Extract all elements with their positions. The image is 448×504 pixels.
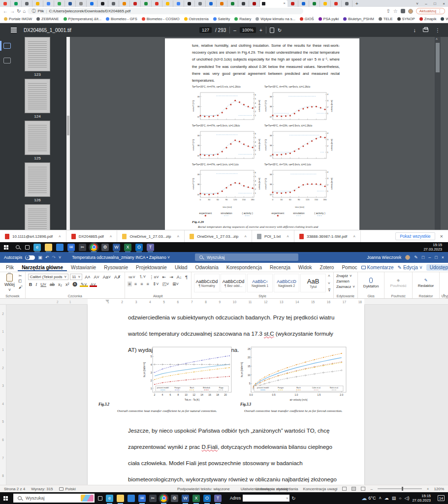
bookmark-item[interactable]: GIOŚ xyxy=(300,17,314,21)
zoom-out-icon[interactable]: – xyxy=(233,28,236,33)
browser-tab[interactable] xyxy=(152,0,162,7)
reuse-files-button[interactable]: Użyj ponownie plików xyxy=(442,274,448,292)
browser-tab[interactable] xyxy=(227,0,238,7)
download-expand-chevron-icon[interactable]: ˄ xyxy=(59,234,61,239)
zoom-slider[interactable] xyxy=(378,488,422,489)
download-item[interactable]: POI_1.txt ˄ xyxy=(252,230,294,242)
browser-tab[interactable] xyxy=(22,0,32,7)
outline-view-icon[interactable] xyxy=(3,58,11,63)
browser-tab[interactable] xyxy=(195,0,206,7)
volume-icon[interactable]: ◁) xyxy=(405,496,410,501)
font-name-select[interactable]: Calibri (Tekst pods˅ xyxy=(28,274,68,280)
browser-tab[interactable] xyxy=(141,0,152,7)
menu-dots-icon[interactable]: ⋮ xyxy=(438,9,442,13)
zoom-out-icon[interactable]: – xyxy=(370,487,372,491)
paste-button[interactable]: Wklej˅ xyxy=(2,274,17,292)
editing-command[interactable]: Znajdź˅ xyxy=(336,274,355,278)
browser-tab[interactable] xyxy=(65,0,76,7)
browser-tab-active[interactable]: × xyxy=(260,0,288,7)
notification-center-icon[interactable]: 14 xyxy=(438,495,445,501)
ribbon-tab[interactable]: Zotero xyxy=(316,264,338,271)
undo-icon[interactable]: ↶ xyxy=(45,255,49,260)
zoom-in-icon[interactable]: + xyxy=(259,28,262,33)
task-view-icon[interactable] xyxy=(25,245,30,250)
sort-icon[interactable]: A↓ xyxy=(176,275,183,280)
browser-tab[interactable] xyxy=(173,0,184,7)
browser-tab[interactable] xyxy=(238,0,249,7)
page-number-input[interactable]: 127 xyxy=(199,27,212,33)
thumbnails-view-icon[interactable] xyxy=(3,43,11,49)
download-item[interactable]: OneDrive_1_27.03...zip ˄ xyxy=(185,230,252,242)
browser-tab[interactable] xyxy=(108,0,119,7)
bookmark-item[interactable]: WXCHARTS xyxy=(441,17,448,21)
app-icon[interactable]: X xyxy=(192,495,200,502)
accessibility-status[interactable]: Ułatwienia dostępu: zbadaj xyxy=(241,487,288,491)
browser-tab[interactable] xyxy=(32,0,43,7)
indent-marker[interactable] xyxy=(105,300,109,302)
info-icon[interactable]: ⓘ xyxy=(32,8,35,14)
pdf-scrollbar[interactable]: ˄ xyxy=(435,37,441,230)
copy-icon[interactable]: ⧠ xyxy=(19,279,23,284)
browser-tab[interactable] xyxy=(76,0,87,7)
rotate-icon[interactable]: ↻ xyxy=(278,28,282,33)
comments-button[interactable]: Komentarze xyxy=(361,265,394,270)
language-indicator[interactable]: Polski xyxy=(65,487,76,491)
ribbon-tab[interactable]: Recenzja xyxy=(266,264,294,271)
ribbon-tab[interactable]: Korespondencja xyxy=(223,264,266,271)
show-marks-icon[interactable]: ¶ xyxy=(184,275,189,280)
download-item[interactable]: 33888-36987-1-SM.pdf ˄ xyxy=(294,230,361,242)
bookmark-item[interactable]: SYNOP xyxy=(397,17,415,21)
bookmark-item[interactable]: Portale IMGW xyxy=(4,17,32,21)
app-icon[interactable]: O xyxy=(203,495,211,502)
numbering-icon[interactable]: ⒈˅ xyxy=(138,274,147,280)
style-card[interactable]: AaB Tytuł xyxy=(300,274,326,292)
restore-button[interactable]: □ xyxy=(435,255,437,260)
font-size-select[interactable]: 11˅ xyxy=(70,274,82,280)
page-indicator[interactable]: Strona 2 z 4 xyxy=(4,487,25,491)
taskbar-clock[interactable]: 15:15 27.03.2023 xyxy=(412,494,435,503)
document-title[interactable]: Temperatura odczuwalna_zmiany INCA • Zap… xyxy=(72,255,170,260)
app-icon[interactable]: W xyxy=(113,244,120,251)
figure-3-3-chart[interactable]: 0.00.51.01.52.0510152025hc,m [W/m²K]air … xyxy=(240,345,349,401)
app-icon[interactable] xyxy=(128,495,135,502)
share-icon[interactable]: ⇧ xyxy=(386,8,390,14)
home-icon[interactable]: ⌂ xyxy=(23,8,26,14)
print-icon[interactable] xyxy=(423,28,428,32)
bookmark-item[interactable]: Biuletyn_PSHM xyxy=(343,17,374,21)
onedrive-icon[interactable]: ☁ xyxy=(384,496,389,501)
share-button[interactable]: Udostępnianie ˅ xyxy=(426,264,448,271)
borders-icon[interactable]: ⊞˅ xyxy=(171,282,180,286)
align-center-icon[interactable]: ≡ xyxy=(133,282,138,286)
app-icon[interactable]: ✂ xyxy=(79,244,86,251)
page-thumbnail[interactable] xyxy=(25,79,50,113)
save-icon[interactable]: ▣ xyxy=(38,255,42,260)
new-tab-button[interactable]: + xyxy=(352,1,361,6)
bookmark-item[interactable]: Biometeo - GFS xyxy=(106,17,137,21)
weather-widget[interactable]: ☁6°C xyxy=(361,495,376,502)
style-card[interactable]: AaBbCcD Nagłówek 2 xyxy=(274,274,299,292)
style-gallery-down-icon[interactable]: ˅ xyxy=(328,281,331,285)
multilevel-list-icon[interactable]: ⋮≡˅ xyxy=(148,275,160,280)
minimize-button[interactable]: – xyxy=(422,1,430,6)
ribbon-tab[interactable]: Projektowanie xyxy=(132,264,171,271)
bookmark-item[interactable]: TELE xyxy=(379,17,393,21)
ribbon-tab[interactable]: Odwołania xyxy=(191,264,222,271)
sidebar-scrollbar[interactable] xyxy=(66,37,70,230)
downloads-bar-close-icon[interactable]: × xyxy=(440,233,443,239)
app-icon[interactable] xyxy=(117,495,124,502)
browser-tab[interactable] xyxy=(119,0,130,7)
page-thumbnail[interactable] xyxy=(25,37,50,71)
app-icon[interactable]: X xyxy=(124,244,131,251)
format-painter-icon[interactable]: 🖌 xyxy=(19,285,23,289)
zoom-percentage[interactable]: 120% xyxy=(434,487,444,491)
network-icon[interactable]: ⌔ xyxy=(399,496,401,501)
page-thumbnail[interactable] xyxy=(25,204,50,230)
bookmark-item[interactable]: Radary xyxy=(234,17,251,21)
bookmark-star-icon[interactable]: ☆ xyxy=(393,8,398,14)
tab-close-icon[interactable]: × xyxy=(283,1,286,5)
bookmark-item[interactable]: ZEBRANE xyxy=(36,17,59,21)
reload-icon[interactable]: ↻ xyxy=(17,8,21,14)
app-icon[interactable]: ⚙ xyxy=(101,244,109,251)
decrease-indent-icon[interactable]: ⇤ xyxy=(161,275,167,280)
browser-tab[interactable] xyxy=(43,0,54,7)
